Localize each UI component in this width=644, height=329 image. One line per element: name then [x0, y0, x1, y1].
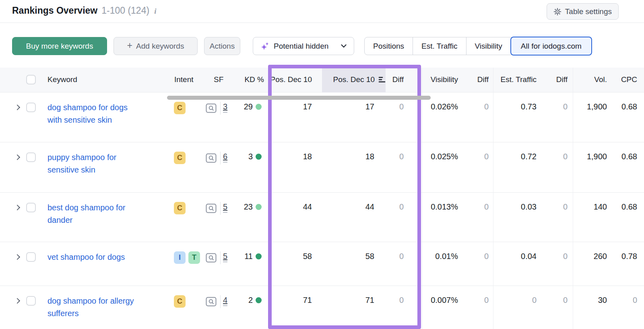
- intent-badge-commercial: C: [174, 152, 186, 164]
- pos-a-value: 44: [260, 202, 312, 212]
- diff-visibility-value: 0: [460, 202, 489, 212]
- row-checkbox[interactable]: [26, 203, 36, 212]
- row-checkbox[interactable]: [26, 252, 36, 262]
- horizontal-scrollbar[interactable]: [167, 96, 431, 100]
- potential-filter-dropdown[interactable]: Potential hidden: [253, 37, 354, 55]
- keyword-link[interactable]: puppy shampoo for sensitive skin: [47, 151, 138, 176]
- buy-more-keywords-button[interactable]: Buy more keywords: [12, 37, 107, 55]
- intent-badge-commercial: C: [174, 102, 186, 114]
- tab-est-traffic-label: Est. Traffic: [421, 42, 457, 51]
- pos-b-value: 58: [322, 252, 374, 261]
- sf-divider: [220, 102, 221, 115]
- diff-pos-value: 0: [376, 102, 404, 111]
- add-keywords-label: Add keywords: [136, 42, 184, 51]
- tab-visibility[interactable]: Visibility: [466, 37, 511, 55]
- row-checkbox[interactable]: [26, 103, 36, 112]
- table-row: dog shampoo for dogs with sensitive skin…: [0, 93, 644, 142]
- expand-chevron-icon[interactable]: [14, 105, 20, 110]
- sf-divider: [220, 251, 221, 264]
- intent-badges: C: [174, 152, 186, 164]
- serp-features-icon: [206, 204, 217, 213]
- diff-visibility-value: 0: [460, 252, 489, 261]
- kd-value: 11: [244, 252, 253, 261]
- keyword-link[interactable]: vet shampoo for dogs: [47, 251, 138, 263]
- expand-chevron-icon[interactable]: [14, 205, 20, 210]
- visibility-value: 0.013%: [406, 202, 458, 212]
- diff-visibility-value: 0: [460, 296, 489, 305]
- kd-cell: 29: [221, 102, 262, 111]
- col-visibility[interactable]: Visibility: [406, 75, 458, 84]
- volume-value: 1,900: [563, 102, 607, 111]
- table-header: Keyword Intent SF KD % Pos. Dec 10 Pos. …: [0, 68, 644, 93]
- row-checkbox[interactable]: [26, 296, 36, 306]
- intent-badges: I T: [174, 251, 200, 264]
- pos-a-value: 71: [260, 296, 312, 305]
- col-cpc[interactable]: CPC: [605, 75, 637, 84]
- diff-pos-value: 0: [376, 152, 404, 161]
- keyword-link[interactable]: dog shampoo for allergy sufferers: [47, 295, 138, 320]
- plus-icon: +: [127, 40, 132, 51]
- tab-all-for-domain-label: All for iodogs.com: [521, 42, 582, 51]
- table-settings-button[interactable]: Table settings: [547, 3, 619, 20]
- col-kd[interactable]: KD %: [232, 75, 264, 84]
- keyword-link[interactable]: dog shampoo for dogs with sensitive skin: [47, 101, 138, 126]
- pos-b-value: 71: [322, 296, 374, 305]
- intent-badges: C: [174, 102, 186, 114]
- visibility-value: 0.01%: [406, 252, 458, 261]
- ai-sparkles-icon: [260, 41, 270, 51]
- rankings-overview-page: Rankings Overview 1-100 (124) i Table se…: [0, 0, 644, 329]
- kd-value: 3: [248, 152, 253, 161]
- volume-value: 1,900: [563, 152, 607, 161]
- kd-value: 29: [244, 102, 253, 111]
- intent-badge-commercial: C: [174, 295, 186, 308]
- pos-a-value: 18: [260, 152, 312, 161]
- page-title-group: Rankings Overview 1-100 (124) i: [12, 5, 156, 16]
- gear-icon: [553, 8, 561, 16]
- serp-features-icon: [206, 253, 217, 263]
- pos-a-value: 17: [260, 102, 312, 111]
- cpc-value: 0.78: [605, 252, 637, 261]
- column-divider: [573, 68, 573, 329]
- visibility-value: 0.025%: [406, 152, 458, 161]
- actions-button[interactable]: Actions: [204, 37, 240, 55]
- pos-b-value: 17: [322, 102, 374, 111]
- select-all-checkbox[interactable]: [26, 75, 36, 84]
- intent-badges: C: [174, 202, 186, 214]
- expand-chevron-icon[interactable]: [14, 298, 20, 304]
- table-row: vet shampoo for dogs I T 5 11 58 58 0 0.…: [0, 242, 644, 286]
- row-checkbox[interactable]: [26, 152, 36, 162]
- tab-est-traffic[interactable]: Est. Traffic: [413, 37, 466, 55]
- potential-filter-label: Potential hidden: [274, 42, 328, 51]
- cpc-value: 0.68: [605, 102, 637, 111]
- diff-pos-value: 0: [376, 252, 404, 261]
- cpc-value: 0.68: [605, 202, 637, 212]
- col-est-traffic[interactable]: Est. Traffic: [480, 75, 537, 84]
- info-icon[interactable]: i: [153, 7, 156, 16]
- pos-a-value: 58: [260, 252, 312, 261]
- col-intent[interactable]: Intent: [174, 75, 194, 84]
- est-traffic-value: 0: [488, 296, 537, 305]
- tab-positions[interactable]: Positions: [365, 37, 413, 55]
- col-diff-pos[interactable]: Diff: [376, 75, 404, 84]
- col-volume[interactable]: Vol.: [563, 75, 607, 84]
- kd-value: 23: [244, 202, 253, 212]
- actions-label: Actions: [210, 42, 235, 51]
- table-row: dog shampoo for allergy sufferers C 4 2 …: [0, 286, 644, 329]
- volume-value: 140: [563, 202, 607, 212]
- tab-visibility-label: Visibility: [475, 42, 502, 51]
- add-keywords-button[interactable]: + Add keywords: [114, 37, 198, 55]
- expand-chevron-icon[interactable]: [14, 154, 20, 160]
- keyword-link[interactable]: best dog shampoo for dander: [47, 202, 138, 226]
- volume-value: 30: [563, 296, 607, 305]
- col-sf[interactable]: SF: [214, 75, 223, 84]
- tab-all-for-domain[interactable]: All for iodogs.com: [510, 37, 592, 56]
- chevron-down-icon: [341, 44, 347, 48]
- serp-features-icon: [206, 153, 217, 163]
- result-range: 1-100 (124): [101, 5, 149, 16]
- col-keyword[interactable]: Keyword: [47, 75, 77, 84]
- sf-divider: [220, 295, 221, 308]
- col-pos-dec10-a[interactable]: Pos. Dec 10: [260, 75, 312, 84]
- pos-b-value: 44: [322, 202, 374, 212]
- expand-chevron-icon[interactable]: [14, 254, 20, 260]
- cpc-value: 0: [605, 296, 637, 305]
